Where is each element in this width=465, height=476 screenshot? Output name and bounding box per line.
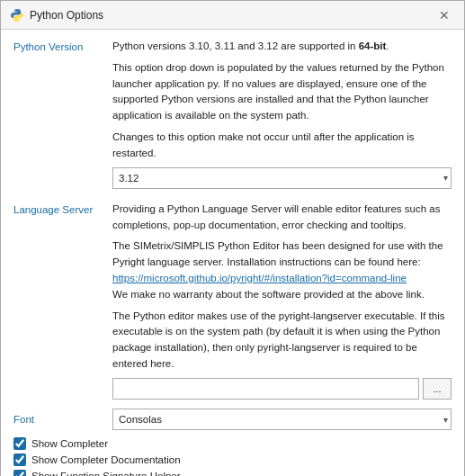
langserver-path-input[interactable] [112,378,419,400]
python-icon [10,8,24,22]
python-version-para3: Changes to this option make not occur un… [112,130,452,162]
language-server-para3: The Python editor makes use of the pyrig… [112,309,452,373]
python-version-para1: Python versions 3.10, 3.11 and 3.12 are … [112,39,452,55]
language-server-section: Language Server Providing a Python Langu… [13,202,452,400]
python-version-dropdown-row: 3.10 3.11 3.12 ▾ [112,167,452,189]
language-server-body: Providing a Python Language Server will … [112,202,452,400]
python-version-dropdown-wrapper: 3.10 3.11 3.12 ▾ [112,167,452,189]
langserver-input-row: ... [112,378,452,400]
show-completer-doc-checkbox[interactable] [13,454,26,466]
titlebar-left: Python Options [10,8,103,22]
language-server-para1: Providing a Python Language Server will … [112,202,452,234]
pyright-link[interactable]: https://microsoft.github.io/pyright/#/in… [112,273,407,283]
font-label: Font [13,411,112,427]
language-server-para2: The SIMetrix/SIMPLIS Python Editor has b… [112,238,452,302]
content-area: Python Version Python versions 3.10, 3.1… [1,30,464,476]
show-completer-row: Show Completer [13,437,452,450]
show-function-sig-checkbox[interactable] [13,470,26,476]
show-completer-doc-label[interactable]: Show Completer Documentation [31,454,181,465]
python-version-body: Python versions 3.10, 3.11 and 3.12 are … [112,39,452,193]
window-title: Python Options [30,9,103,22]
show-completer-label[interactable]: Show Completer [31,438,108,449]
show-completer-checkbox[interactable] [13,437,26,450]
language-server-para2-post: We make no warranty about the software p… [112,289,425,300]
language-server-label: Language Server [13,202,112,400]
python-options-window: Python Options ✕ Python Version Python v… [0,0,465,476]
titlebar: Python Options ✕ [1,1,464,30]
show-function-sig-row: Show Function Signature Helper [13,470,452,476]
language-server-para2-pre: The SIMetrix/SIMPLIS Python Editor has b… [112,240,443,267]
browse-button[interactable]: ... [423,378,452,400]
python-version-label: Python Version [13,39,112,193]
python-version-dropdown[interactable]: 3.10 3.11 3.12 [112,167,452,189]
python-version-section: Python Version Python versions 3.10, 3.1… [13,39,452,193]
show-function-sig-label[interactable]: Show Function Signature Helper [31,471,181,476]
font-dropdown-wrapper: Consolas ▾ [112,409,452,430]
font-dropdown[interactable]: Consolas [112,409,452,430]
close-button[interactable]: ✕ [434,4,455,26]
font-section: Font Consolas ▾ [13,409,452,430]
font-body: Consolas ▾ [112,409,452,430]
checkboxes-area: Show Completer Show Completer Documentat… [13,437,452,476]
show-completer-doc-row: Show Completer Documentation [13,454,452,466]
python-version-para2: This option drop down is populated by th… [112,60,452,124]
